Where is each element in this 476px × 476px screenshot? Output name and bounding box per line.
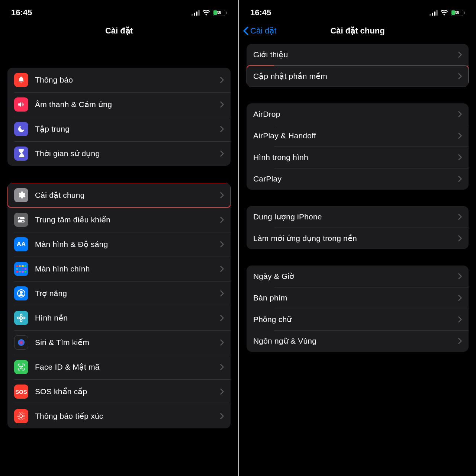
- chevron-right-icon: [220, 266, 224, 272]
- chevron-right-icon: [458, 295, 462, 301]
- hourglass-icon: [14, 147, 28, 161]
- chevron-right-icon: [220, 192, 224, 198]
- row-label: Thông báo: [35, 75, 220, 84]
- status-bar: 16:45 35: [239, 0, 476, 20]
- chevron-right-icon: [220, 217, 224, 223]
- settings-group-2: Cài đặt chungTrung tâm điều khiểnAAMàn h…: [7, 183, 231, 428]
- nav-bar: Cài đặt Cài đặt chung: [239, 20, 476, 42]
- row-focus[interactable]: Tập trung: [7, 117, 231, 141]
- flower-icon: [14, 311, 28, 325]
- row-control-center[interactable]: Trung tâm điều khiển: [7, 208, 231, 232]
- phone-right: 16:45 35 Cài đặt Cài đặt chung Giới thiệ…: [238, 0, 476, 476]
- status-time: 16:45: [250, 8, 271, 17]
- svg-point-1: [19, 218, 20, 219]
- chevron-right-icon: [458, 235, 462, 241]
- battery-indicator: 35: [451, 10, 465, 16]
- row-label: Thông báo tiếp xúc: [35, 412, 220, 421]
- svg-point-14: [20, 415, 23, 418]
- row-label: Thời gian sử dụng: [35, 149, 220, 158]
- row-storage[interactable]: Dung lượng iPhone: [247, 206, 469, 228]
- status-indicators: 35: [192, 10, 227, 16]
- row-label: Làm mới ứng dụng trong nền: [253, 234, 458, 243]
- row-sos[interactable]: SOSSOS khẩn cấp: [7, 379, 231, 404]
- chevron-right-icon: [220, 77, 224, 83]
- chevron-right-icon: [220, 413, 224, 419]
- wifi-icon: [440, 10, 448, 16]
- svg-point-15: [19, 414, 24, 419]
- svg-point-5: [20, 291, 22, 293]
- general-group-2: AirDropAirPlay & HandoffHình trong hìnhC…: [247, 103, 469, 190]
- row-siri[interactable]: Siri & Tìm kiếm: [7, 330, 231, 355]
- row-bg-refresh[interactable]: Làm mới ứng dụng trong nền: [247, 228, 469, 249]
- back-label: Cài đặt: [250, 26, 276, 36]
- back-button[interactable]: Cài đặt: [243, 26, 276, 36]
- row-label: Face ID & Mật mã: [35, 363, 220, 372]
- row-label: AirPlay & Handoff: [253, 131, 458, 140]
- svg-point-11: [18, 339, 25, 346]
- status-bar: 16:45 35: [0, 0, 238, 20]
- chevron-right-icon: [458, 73, 462, 79]
- row-label: CarPlay: [253, 174, 458, 183]
- row-software-update[interactable]: Cập nhật phần mềm: [247, 65, 469, 87]
- row-display[interactable]: AAMàn hình & Độ sáng: [7, 232, 231, 257]
- row-date-time[interactable]: Ngày & Giờ: [247, 266, 469, 287]
- chevron-right-icon: [220, 364, 224, 370]
- row-accessibility[interactable]: Trợ năng: [7, 281, 231, 306]
- row-pip[interactable]: Hình trong hình: [247, 147, 469, 168]
- row-sounds[interactable]: Âm thanh & Cảm ứng: [7, 92, 231, 117]
- row-label: Hình trong hình: [253, 153, 458, 162]
- row-label: Hình nền: [35, 313, 220, 322]
- row-airplay[interactable]: AirPlay & Handoff: [247, 125, 469, 147]
- row-about[interactable]: Giới thiệu: [247, 44, 469, 65]
- row-language[interactable]: Ngôn ngữ & Vùng: [247, 330, 469, 352]
- row-label: Trung tâm điều khiển: [35, 215, 220, 224]
- chevron-right-icon: [458, 273, 462, 279]
- row-exposure[interactable]: Thông báo tiếp xúc: [7, 404, 231, 428]
- chevron-right-icon: [458, 52, 462, 58]
- bell-icon: [14, 73, 28, 87]
- chevron-right-icon: [220, 151, 224, 157]
- row-fonts[interactable]: Phông chữ: [247, 309, 469, 330]
- row-label: Màn hình & Độ sáng: [35, 240, 220, 249]
- general-group-1: Giới thiệuCập nhật phần mềm: [247, 44, 469, 87]
- settings-content: Thông báoÂm thanh & Cảm ứngTập trungThời…: [0, 42, 238, 428]
- home-icon: [14, 262, 28, 276]
- status-indicators: 35: [430, 10, 465, 16]
- sos-icon: SOS: [14, 385, 28, 399]
- row-carplay[interactable]: CarPlay: [247, 168, 469, 190]
- row-home-screen[interactable]: Màn hình chính: [7, 257, 231, 281]
- svg-point-9: [17, 317, 20, 319]
- chevron-right-icon: [458, 176, 462, 182]
- cellular-signal-icon: [192, 10, 200, 16]
- row-label: SOS khẩn cấp: [35, 387, 220, 396]
- row-label: Ngày & Giờ: [253, 272, 458, 281]
- row-airdrop[interactable]: AirDrop: [247, 103, 469, 125]
- chevron-right-icon: [220, 315, 224, 321]
- row-label: Trợ năng: [35, 289, 220, 298]
- row-faceid[interactable]: Face ID & Mật mã: [7, 355, 231, 379]
- chevron-right-icon: [458, 154, 462, 160]
- chevron-right-icon: [458, 338, 462, 344]
- row-screen-time[interactable]: Thời gian sử dụng: [7, 141, 231, 166]
- chevron-right-icon: [220, 102, 224, 107]
- row-general[interactable]: Cài đặt chung: [7, 183, 231, 208]
- row-wallpaper[interactable]: Hình nền: [7, 306, 231, 330]
- chevron-right-icon: [220, 241, 224, 247]
- row-keyboard[interactable]: Bàn phím: [247, 287, 469, 309]
- phone-left: 16:45 35 Cài đặt Thông báoÂm thanh & Cảm…: [0, 0, 238, 476]
- chevron-right-icon: [220, 290, 224, 296]
- siri-icon: [14, 335, 28, 350]
- svg-point-6: [20, 317, 22, 319]
- row-label: Ngôn ngữ & Vùng: [253, 337, 458, 345]
- chevron-right-icon: [458, 214, 462, 220]
- row-notifications[interactable]: Thông báo: [7, 68, 231, 92]
- moon-icon: [14, 122, 28, 136]
- gear-icon: [14, 188, 28, 202]
- general-group-3: Dung lượng iPhoneLàm mới ứng dụng trong …: [247, 206, 469, 249]
- chevron-right-icon: [458, 111, 462, 117]
- svg-rect-0: [18, 217, 25, 219]
- switches-icon: [14, 213, 28, 227]
- row-label: Phông chữ: [253, 315, 458, 324]
- exposure-icon: [14, 409, 28, 423]
- svg-point-8: [20, 319, 22, 322]
